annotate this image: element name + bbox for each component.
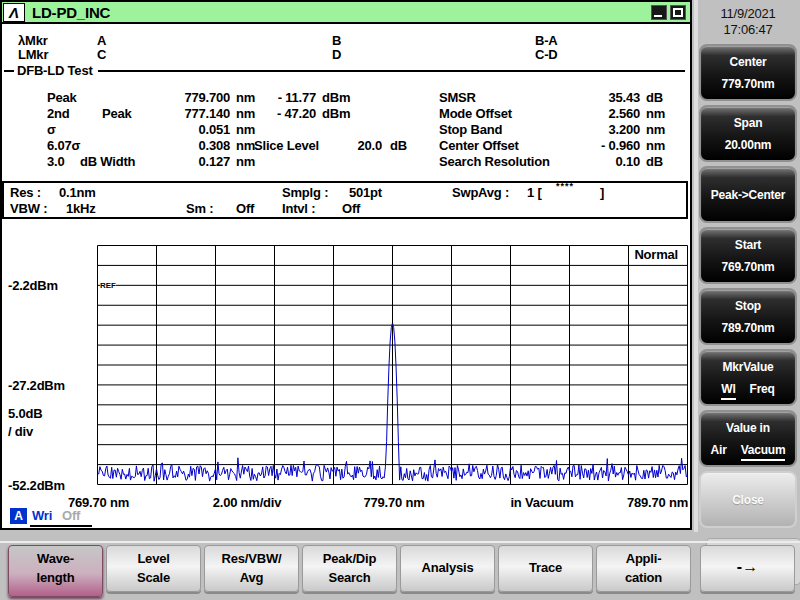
close-button: Close [699, 471, 797, 528]
more-arrow-icon: -→ [701, 558, 794, 576]
y-axis-bottom-level-label: -52.2dBm [8, 478, 65, 492]
brand-logo-icon: Λ [3, 3, 25, 22]
y-axis-scale-label2: / div [8, 424, 33, 438]
second-peak-wavelength-value: 777.140 [152, 106, 230, 122]
db-width-value: 0.127 [152, 154, 230, 170]
spectrum-plot-area: Normal REF [97, 245, 688, 485]
sampling-value: 501pt [349, 185, 382, 200]
tab-peak-dip-search[interactable]: Peak/Dip Search [302, 545, 397, 592]
more-pages-button[interactable]: -→ [700, 545, 795, 592]
mode-offset-value: 2.560 [554, 106, 640, 122]
mode-offset-label: Mode Offset [439, 106, 512, 122]
divider-line [98, 70, 685, 72]
stop-band-label: Stop Band [439, 122, 502, 138]
tab-peak-dip-search-line2: Search [303, 570, 396, 585]
x-axis-per-div-label: 2.00 nm/div [192, 495, 302, 509]
mkrvalue-label: MkrValue [701, 360, 795, 374]
tab-level-scale[interactable]: Level Scale [106, 545, 201, 592]
six-sigma-unit: nm [236, 138, 255, 154]
mkrvalue-frequency-option[interactable]: Freq [750, 382, 775, 400]
tab-analysis-label: Analysis [401, 560, 494, 575]
smsr-label: SMSR [439, 90, 476, 106]
trace-a-badge: A [10, 508, 27, 524]
sampling-label: Smplg : [282, 185, 328, 200]
tab-application[interactable]: Appli- cation [596, 545, 691, 592]
spectrum-plot [97, 245, 688, 485]
tab-trace[interactable]: Trace [498, 545, 593, 592]
trace-off-state-label: Off [62, 508, 80, 523]
maximize-icon[interactable] [670, 5, 686, 20]
sweep-average-progress: **** [556, 181, 574, 196]
tab-wavelength-line2: length [9, 570, 102, 585]
second-peak-level-value: - 47.20 [250, 106, 316, 122]
x-axis-center-label: 779.70 nm [339, 495, 449, 509]
db-width-label: 3.0 [47, 154, 64, 170]
date-label: 11/9/2021 [700, 6, 796, 22]
start-button-value: 769.70nm [701, 260, 795, 274]
db-width-unit: nm [236, 154, 255, 170]
center-offset-unit: nm [646, 138, 665, 154]
window-controls [651, 5, 686, 20]
span-button-label: Span [701, 116, 795, 130]
start-button-label: Start [701, 238, 795, 252]
tab-application-line1: Appli- [597, 551, 690, 566]
center-button-label: Center [701, 55, 795, 69]
search-resolution-value: 0.10 [554, 154, 640, 170]
mode-offset-unit: nm [646, 106, 665, 122]
marker-b-label: B [332, 33, 341, 47]
sigma-label: σ [47, 122, 56, 138]
level-marker-label: LMkr [18, 47, 48, 61]
ref-level-marker: REF [100, 281, 116, 290]
peak-to-center-button[interactable]: Peak->Center [699, 166, 797, 223]
marker-c-d-label: C-D [535, 47, 558, 61]
instrument-screen: Λ LD-PD_INC λMkr A B B-A LMkr C D C-D DF… [0, 0, 692, 530]
y-axis-scale-label: 5.0dB [8, 406, 42, 420]
stop-band-unit: nm [646, 122, 665, 138]
search-resolution-unit: dB [646, 154, 663, 170]
analysis-section-divider: DFB-LD Test [4, 63, 685, 78]
vbw-label: VBW : [10, 201, 47, 216]
tab-analysis[interactable]: Analysis [400, 545, 495, 592]
peak-level-value: - 11.77 [250, 90, 316, 106]
value-in-toggle-button[interactable]: Value in Air Vacuum [699, 410, 797, 467]
db-width-label2: dB Width [80, 154, 135, 170]
trace-write-mode-label: Wri [32, 508, 52, 523]
divider-line [4, 70, 14, 72]
minimize-icon[interactable] [651, 5, 667, 20]
marker-value-toggle-button[interactable]: MkrValue Wl Freq [699, 349, 797, 406]
center-offset-label: Center Offset [439, 138, 519, 154]
tab-res-vbw-avg[interactable]: Res/VBW/ Avg [204, 545, 299, 592]
start-wavelength-button[interactable]: Start 769.70nm [699, 227, 797, 284]
peak-wavelength-value: 779.700 [152, 90, 230, 106]
stop-button-label: Stop [701, 299, 795, 313]
slice-level-label: Slice Level [254, 138, 319, 154]
mkrvalue-wavelength-option[interactable]: Wl [721, 382, 735, 400]
sigma-value: 0.051 [152, 122, 230, 138]
stop-wavelength-button[interactable]: Stop 789.70nm [699, 288, 797, 345]
datetime-display: 11/9/2021 17:06:47 [700, 6, 796, 38]
slice-level-value: 20.0 [337, 138, 382, 154]
sweep-average-label: SwpAvg : [452, 185, 509, 200]
smooth-label: Sm : [186, 201, 213, 216]
vbw-value: 1kHz [66, 201, 96, 216]
trace-indicator-underline [30, 525, 92, 527]
measure-mode-label: Normal [632, 247, 680, 262]
smooth-value: Off [236, 201, 254, 216]
stop-band-value: 3.200 [554, 122, 640, 138]
tab-res-vbw-avg-line2: Avg [205, 570, 298, 585]
tab-res-vbw-avg-line1: Res/VBW/ [205, 551, 298, 566]
interval-value: Off [342, 201, 360, 216]
span-button[interactable]: Span 20.00nm [699, 105, 797, 162]
center-wavelength-button[interactable]: Center 779.70nm [699, 44, 797, 101]
tab-level-scale-line1: Level [107, 551, 200, 566]
wavelength-marker-label: λMkr [18, 33, 48, 47]
value-in-air-option[interactable]: Air [711, 443, 727, 461]
value-in-vacuum-option[interactable]: Vacuum [741, 443, 786, 461]
center-button-value: 779.70nm [701, 77, 795, 91]
x-axis-start-label: 769.70 nm [68, 495, 129, 509]
interval-label: Intvl : [282, 201, 315, 216]
center-offset-value: - 0.960 [554, 138, 640, 154]
tab-wavelength[interactable]: Wave- length [8, 545, 103, 597]
y-axis-mid-level-label: -27.2dBm [8, 378, 65, 392]
second-peak-label2: Peak [102, 106, 132, 122]
